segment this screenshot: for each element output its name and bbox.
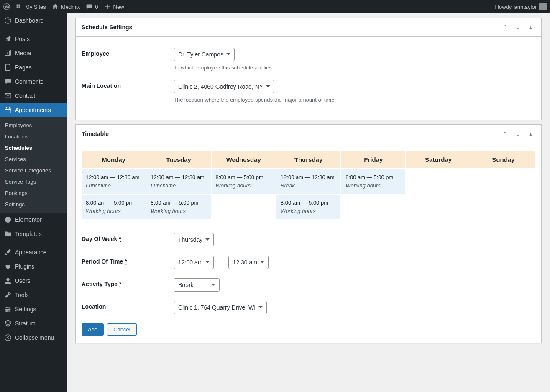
sidebar-collapse[interactable]: Collapse menu xyxy=(0,331,67,345)
timetable-block[interactable]: 8:00 am — 5:00 pmWorking hours xyxy=(146,194,210,219)
activity-type-label: Activity Type * xyxy=(82,278,174,287)
svg-point-10 xyxy=(5,335,11,341)
sidebar-item-settings[interactable]: Settings xyxy=(0,302,67,316)
sidebar-item-plugins[interactable]: Plugins xyxy=(0,259,67,274)
cancel-button[interactable]: Cancel xyxy=(107,323,136,336)
toggle-panel-icon[interactable]: ▴ xyxy=(525,129,535,139)
wrench-icon xyxy=(4,291,12,299)
sidebar-item-tools[interactable]: Tools xyxy=(0,288,67,302)
submenu-settings[interactable]: Settings xyxy=(0,199,67,210)
new-content[interactable]: New xyxy=(104,3,124,10)
submenu-schedules[interactable]: Schedules xyxy=(0,142,67,154)
submenu-services[interactable]: Services xyxy=(0,154,67,165)
sidebar-item-comments[interactable]: Comments xyxy=(0,74,67,89)
svg-point-6 xyxy=(6,278,9,281)
howdy[interactable]: Howdy, anntaylor xyxy=(495,3,547,10)
folder-icon xyxy=(4,230,12,238)
timetable-block[interactable]: 12:00 am — 12:30 amBreak xyxy=(276,168,340,194)
sidebar-item-posts[interactable]: Posts xyxy=(0,32,67,46)
timetable-block[interactable]: 8:00 am — 5:00 pmWorking hours xyxy=(82,194,146,219)
day-of-week-select[interactable]: Thursday xyxy=(174,233,214,246)
timetable-block[interactable]: 12:00 am — 12:30 amLunchtime xyxy=(82,168,146,194)
timetable-day-header: Thursday xyxy=(276,151,340,168)
layers-icon xyxy=(4,320,12,327)
elementor-icon xyxy=(4,216,12,223)
timetable-title: Timetable xyxy=(82,131,109,137)
sidebar-item-appearance[interactable]: Appearance xyxy=(0,245,67,259)
mail-icon xyxy=(4,92,12,100)
wordpress-icon xyxy=(3,3,10,10)
timetable-block[interactable]: 8:00 am — 5:00 pmWorking hours xyxy=(212,168,276,194)
svg-point-5 xyxy=(5,217,11,223)
location-label: Location xyxy=(82,301,174,310)
plug-icon xyxy=(4,263,12,270)
toggle-panel-icon[interactable]: ▴ xyxy=(525,22,535,32)
page-icon xyxy=(4,64,12,71)
timetable-day-header: Tuesday xyxy=(146,151,210,168)
comment-icon xyxy=(86,3,92,10)
home-icon xyxy=(52,3,59,10)
timetable-column: Thursday12:00 am — 12:30 amBreak8:00 am … xyxy=(276,151,340,219)
move-up-icon[interactable]: ⌃ xyxy=(500,22,510,32)
brush-icon xyxy=(4,249,12,256)
timetable-grid: Monday12:00 am — 12:30 amLunchtime8:00 a… xyxy=(82,151,535,219)
schedule-settings-title: Schedule Settings xyxy=(82,24,132,31)
avatar xyxy=(539,3,547,10)
wp-logo[interactable] xyxy=(3,3,10,10)
timetable-column: Sunday xyxy=(471,151,535,219)
timetable-block[interactable]: 12:00 am — 12:30 amLunchtime xyxy=(146,168,210,194)
timetable-column: Friday8:00 am — 5:00 pmWorking hours xyxy=(341,151,405,219)
sliders-icon xyxy=(4,305,12,313)
move-up-icon[interactable]: ⌃ xyxy=(500,129,510,139)
add-button[interactable]: Add xyxy=(82,323,104,336)
timetable-column: Monday12:00 am — 12:30 amLunchtime8:00 a… xyxy=(82,151,146,219)
user-icon xyxy=(4,277,12,284)
timetable-day-header: Friday xyxy=(341,151,405,168)
employee-label: Employee xyxy=(82,48,174,57)
main-location-select[interactable]: Clinic 2, 4060 Godfrey Road, NY xyxy=(174,80,274,93)
submenu-service-tags[interactable]: Service Tags xyxy=(0,176,67,187)
timetable-column: Saturday xyxy=(406,151,470,219)
timetable-day-header: Monday xyxy=(82,151,146,168)
my-sites[interactable]: My Sites xyxy=(16,3,46,10)
submenu-service-categories[interactable]: Service Categories xyxy=(0,165,67,176)
period-start-select[interactable]: 12:00 am xyxy=(174,256,214,269)
activity-type-select[interactable]: Break xyxy=(174,278,220,292)
sidebar-item-pages[interactable]: Pages xyxy=(0,60,67,74)
day-of-week-label: Day Of Week * xyxy=(82,233,174,242)
period-end-select[interactable]: 12:30 am xyxy=(228,256,269,269)
sidebar-item-templates[interactable]: Templates xyxy=(0,227,67,241)
comments-count[interactable]: 0 xyxy=(86,3,98,10)
media-icon xyxy=(4,49,12,57)
timetable-block[interactable]: 8:00 am — 5:00 pmWorking hours xyxy=(341,168,405,194)
pin-icon xyxy=(4,35,12,43)
period-label: Period Of Time * xyxy=(82,256,174,265)
timetable-block[interactable]: 8:00 am — 5:00 pmWorking hours xyxy=(276,194,340,219)
submenu-bookings[interactable]: Bookings xyxy=(0,187,67,199)
svg-point-9 xyxy=(6,310,8,312)
svg-point-7 xyxy=(6,307,8,308)
submenu-employees[interactable]: Employees xyxy=(0,120,67,131)
sidebar-item-users[interactable]: Users xyxy=(0,274,67,288)
sidebar-item-stratum[interactable]: Stratum xyxy=(0,316,67,331)
admin-sidebar: Dashboard Posts Media Pages Comments Con… xyxy=(0,13,67,392)
main-location-desc: The location where the employee spends t… xyxy=(174,97,535,103)
timetable-day-header: Wednesday xyxy=(212,151,276,168)
site-name[interactable]: Medmix xyxy=(52,3,80,10)
timetable-column: Tuesday12:00 am — 12:30 amLunchtime8:00 … xyxy=(146,151,210,219)
period-dash: — xyxy=(215,259,227,266)
move-down-icon[interactable]: ⌄ xyxy=(513,22,523,32)
submenu-locations[interactable]: Locations xyxy=(0,131,67,142)
sidebar-item-dashboard[interactable]: Dashboard xyxy=(0,13,67,28)
timetable-day-header: Sunday xyxy=(471,151,535,168)
sidebar-item-contact[interactable]: Contact xyxy=(0,89,67,103)
employee-select[interactable]: Dr. Tyler Campos xyxy=(174,48,235,61)
location-select[interactable]: Clinic 1, 764 Quarry Drive, WI xyxy=(174,301,267,314)
calendar-icon xyxy=(4,106,12,114)
comment-icon xyxy=(4,78,12,85)
timetable-column: Wednesday8:00 am — 5:00 pmWorking hours xyxy=(212,151,276,219)
sidebar-item-media[interactable]: Media xyxy=(0,46,67,60)
move-down-icon[interactable]: ⌄ xyxy=(513,129,523,139)
sidebar-item-elementor[interactable]: Elementor xyxy=(0,213,67,227)
sidebar-item-appointments[interactable]: Appointments xyxy=(0,103,67,117)
